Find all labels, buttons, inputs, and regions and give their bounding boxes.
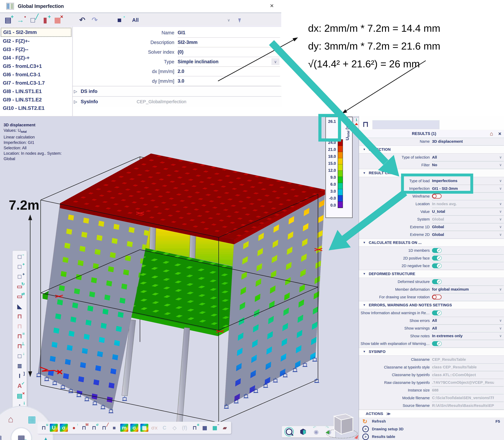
group-ds-info[interactable]: ▷ DS info	[73, 86, 281, 96]
zoom-selection-icon[interactable]	[286, 428, 292, 435]
row-classname-by-typeinfo[interactable]: ▼ Classname by typeinfo ≫ class ATL::CCo…	[359, 371, 504, 379]
structure-3d-render[interactable]	[0, 116, 359, 440]
row-linear-rotation[interactable]: ▼ For drawing use linear rotation ≫ ✓ ∨	[359, 293, 504, 301]
expand-icon[interactable]: ▷	[74, 89, 77, 94]
action-refresh[interactable]: ▼ ↻ Refresh ≫ F5 ✓ ∨	[359, 418, 504, 425]
stress-sigma-icon[interactable]: σ	[60, 424, 68, 432]
row-classname[interactable]: ▼ Classname ≫ CEP_ResultsTable ✓ ∨	[359, 356, 504, 363]
list-item-gi3[interactable]: GI3 - F(Z)--	[1, 45, 71, 54]
toggle-on-icon[interactable]: ✓	[432, 279, 442, 284]
close-panel-icon[interactable]: ×	[498, 131, 502, 137]
list-item-gi7[interactable]: GI7 - fromLC3-1.7	[1, 79, 71, 87]
row-2d-negative-face[interactable]: ▼ 2D negative face ≫ ✓ ∨	[359, 262, 504, 270]
row-location[interactable]: ▼ Location ≫ In nodes avg. ✓ ∨	[359, 200, 504, 208]
row-extreme-1d[interactable]: ▼ Extreme 1D ≫ Global ✓ ∨	[359, 223, 504, 231]
mesh-m-icon[interactable]: m	[120, 424, 128, 432]
list-item-gi2[interactable]: GI2 - F(Z)+-	[1, 37, 71, 45]
row-member-deformation[interactable]: ▼ Member deformation ≫ for global maximu…	[359, 286, 504, 293]
displacement-u-icon[interactable]: ⊓u	[40, 424, 48, 432]
layers-frame-icon[interactable]: ⊓≡	[14, 332, 25, 340]
library-menu-icon[interactable]: ▤	[0, 434, 2, 440]
3d-viewport[interactable]: 3D displacement Values: Utotal Linear ca…	[0, 116, 359, 440]
toolbar-icon[interactable]	[64, 14, 76, 26]
row-show-notes[interactable]: ▼ Show notes ≫ In extremes only ✓ ∨	[359, 332, 504, 340]
member-stress-icon[interactable]: ⊓σ	[90, 424, 98, 432]
section-result-case[interactable]: ▼ RESULT CASE ≫ ✓ ∨	[359, 169, 504, 177]
table-minus-icon[interactable]: ▦−	[211, 424, 219, 432]
row-imperfection[interactable]: ▼ Imperfection ≫ GI1 - SI2-3mm ✓ ∨	[359, 185, 504, 192]
list-item-gi10[interactable]: GI10 - LIN.ST2.E1	[1, 104, 71, 112]
row-module-filename[interactable]: ▼ Module filename ≫ C:\SciaTool\data\SEN…	[359, 394, 504, 402]
toggle-on-icon[interactable]: ✓	[432, 256, 442, 261]
move-icon[interactable]: ▮+	[39, 14, 51, 26]
paint-properties-icon[interactable]: ◣	[14, 302, 25, 310]
expand-icon[interactable]: ▷	[74, 99, 77, 104]
add-node-icon[interactable]: □+	[14, 273, 25, 280]
list-item-gi1[interactable]: GI1 - SI2-3mm	[1, 28, 71, 37]
toggle-on-icon[interactable]: ✓	[432, 263, 442, 268]
pin-panel-icon[interactable]: ⌂	[489, 130, 494, 137]
row-raw-classname[interactable]: ▼ Raw classname by typeinfo ≫ .?AV?$CCom…	[359, 379, 504, 386]
add-member-icon[interactable]: □+	[14, 262, 25, 271]
section-sysinfo[interactable]: ▼ SYSINFO ≫ ✓ ∨	[359, 348, 504, 356]
selection-import-icon[interactable]: □↓	[14, 352, 25, 360]
row-type-of-selection[interactable]: ▼ Type of selection ≫ All ✓ ∨	[359, 153, 504, 161]
row-show-warnings[interactable]: ▼ Show warnings ≫ All ✓ ∨	[359, 325, 504, 332]
displacement-total-icon[interactable]: U	[50, 424, 58, 432]
list-item-gi8[interactable]: GI8 - LIN.ST1.E1	[1, 87, 71, 96]
action-results-table[interactable]: ▼ > Results table ≫ ✓ ∨	[359, 433, 504, 440]
mesh-sigma-icon[interactable]: σ	[130, 424, 138, 432]
view-cube-icon[interactable]	[300, 429, 306, 435]
row-extreme-2d[interactable]: ▼ Extreme 2D ≫ Global ✓ ∨	[359, 231, 504, 239]
select-box-icon[interactable]: ■▪	[113, 14, 126, 26]
delete-icon[interactable]: ▦×	[51, 14, 64, 26]
section-calculate-results[interactable]: ▼ CALCULATE RESULTS ON ... ≫ ✓ ∨	[359, 239, 504, 247]
list-item-gi4[interactable]: GI4 - F(Z)-+	[1, 54, 71, 62]
toggle-off-icon[interactable]	[432, 295, 442, 300]
alpha-arch-icon[interactable]: ⊓α	[191, 424, 199, 432]
sigma-x-icon[interactable]: σx	[150, 424, 158, 432]
undo-icon[interactable]: ↶	[76, 14, 88, 26]
toolbar-icon[interactable]	[101, 14, 113, 26]
actions-header[interactable]: ▼ ACTIONS ≫ ✓ ∨	[359, 410, 504, 418]
row-wireframe[interactable]: ▼ Wireframe ≫ ✓ ∨	[359, 192, 504, 200]
frame-ghost-icon[interactable]: ⊓	[14, 322, 25, 330]
filter-combobox[interactable]: All ∨	[130, 15, 232, 25]
toggle-off-icon[interactable]	[432, 194, 442, 199]
group-sysinfo[interactable]: ▷ SysInfo CEP_GlobalImperfection	[73, 96, 281, 107]
filter-funnel-icon[interactable]: ▼	[237, 16, 242, 24]
structure-menu-icon[interactable]: ⌂	[8, 415, 14, 424]
list-item-gi9[interactable]: GI9 - LIN.ST1.E2	[1, 96, 71, 104]
flip-icon[interactable]: ▭⇄	[14, 292, 25, 300]
toggle-on-icon[interactable]: ✓	[432, 310, 442, 315]
cube-mesh-icon[interactable]: ◇	[171, 424, 178, 432]
grid-menu-icon[interactable]: ▦	[27, 415, 36, 424]
bridge-icon[interactable]: ▰	[221, 424, 229, 432]
section-icon[interactable]: I]	[14, 372, 25, 380]
solid-box-icon[interactable]: ■	[110, 424, 118, 432]
support-icon[interactable]: ⊓⊥	[14, 342, 25, 350]
layers-icon[interactable]: ≣	[14, 362, 25, 370]
section-deformed-structure[interactable]: ▼ DEFORMED STRUCTURE ≫ ✓ ∨	[359, 270, 504, 278]
row-classname-typeinfo-style[interactable]: ▼ Classname at typeinfo style ≫ class CE…	[359, 363, 504, 371]
row-system[interactable]: ▼ System ≫ Global ✓ ∨	[359, 216, 504, 223]
f-arch-icon[interactable]: (f)	[181, 424, 189, 432]
delete-table-icon[interactable]: ▤×	[14, 392, 25, 400]
move-member-icon[interactable]: □→	[14, 253, 25, 261]
row-show-errors[interactable]: ▼ Show errors ≫ All ✓ ∨	[359, 317, 504, 325]
member-check-icon[interactable]: ⊓╱	[100, 424, 108, 432]
list-item-gi6[interactable]: GI6 - fromLC3-1	[1, 70, 71, 79]
section-errors-warnings[interactable]: ▼ ERRORS, WARNINGS AND NOTES SETTINGS ≫ …	[359, 301, 504, 309]
insert-icon[interactable]: →▪	[14, 14, 27, 26]
frame-icon[interactable]: ⊓	[14, 312, 25, 320]
moment-m-icon[interactable]: ⊓M	[80, 424, 88, 432]
row-show-table[interactable]: ▼ Show table with explanation of Warning…	[359, 340, 504, 348]
rotate-icon[interactable]: ▭↻	[14, 282, 25, 290]
section-selection[interactable]: ▼ SELECTION ≫ ✓ ∨	[359, 145, 504, 154]
row-show-information[interactable]: ▼ Show Information about warnings in Re……	[359, 309, 504, 317]
action-drawing-setup-3d[interactable]: ▼ > Drawing setup 3D ≫ ✓ ∨	[359, 425, 504, 433]
navigation-cube[interactable]	[325, 413, 359, 440]
row-instance-size[interactable]: ▼ Instance size ≫ 688 ✓ ∨	[359, 386, 504, 394]
actions-expand-icon[interactable]: ≫	[386, 412, 391, 416]
results-tab-icon[interactable]: ⊓	[361, 120, 370, 129]
